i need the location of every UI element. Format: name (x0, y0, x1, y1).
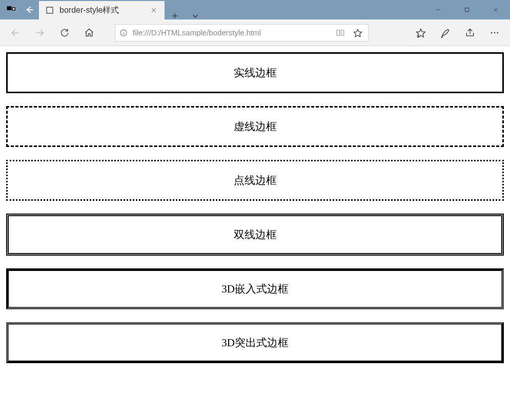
demo-box-dashed: 虚线边框 (6, 106, 504, 147)
nav-refresh-button[interactable] (53, 22, 76, 44)
browser-tab-active[interactable]: border-style样式 (39, 1, 165, 19)
nav-home-button[interactable] (78, 22, 100, 44)
tab-actions-button[interactable] (185, 12, 206, 19)
share-icon[interactable] (459, 22, 481, 44)
task-view-icon[interactable] (5, 4, 16, 15)
browser-toolbar: file:///D:/HTMLsample/boderstyle.html (0, 19, 510, 46)
demo-box-solid: 实线边框 (6, 52, 504, 93)
svg-rect-0 (7, 6, 12, 10)
svg-point-23 (497, 32, 499, 33)
demo-box-double: 双线边框 (6, 214, 504, 256)
page-icon (45, 6, 54, 15)
svg-rect-9 (465, 8, 469, 12)
svg-point-22 (494, 32, 496, 33)
window-controls (424, 0, 510, 19)
demo-box-inset: 3D嵌入式边框 (6, 268, 504, 309)
set-aside-tabs-icon[interactable] (24, 4, 35, 15)
demo-box-label: 双线边框 (234, 227, 277, 242)
window-minimize-button[interactable] (424, 0, 453, 19)
demo-box-dotted: 点线边框 (6, 160, 504, 201)
svg-rect-3 (47, 7, 53, 13)
favorites-hub-icon[interactable] (410, 22, 432, 44)
demo-box-label: 虚线边框 (234, 119, 277, 134)
svg-point-21 (491, 32, 493, 33)
tab-title: border-style样式 (59, 5, 142, 16)
demo-box-label: 3D突出式边框 (221, 335, 289, 350)
more-menu-icon[interactable] (483, 22, 506, 44)
svg-rect-1 (12, 8, 15, 10)
window-close-button[interactable] (481, 0, 510, 19)
window-titlebar: border-style样式 (0, 0, 510, 19)
nav-forward-button[interactable] (29, 22, 51, 44)
favorite-star-icon[interactable] (352, 28, 364, 37)
address-bar[interactable]: file:///D:/HTMLsample/boderstyle.html (115, 24, 369, 41)
demo-box-label: 3D嵌入式边框 (221, 282, 289, 296)
address-bar-url: file:///D:/HTMLsample/boderstyle.html (133, 28, 329, 37)
web-notes-icon[interactable] (434, 22, 457, 44)
nav-back-button[interactable] (4, 22, 27, 44)
site-info-icon[interactable] (119, 29, 128, 37)
svg-marker-18 (417, 29, 425, 37)
page-viewport: 实线边框 虚线边框 点线边框 双线边框 3D嵌入式边框 3D突出式边框 (0, 46, 510, 420)
reading-view-icon[interactable] (334, 28, 346, 37)
window-maximize-button[interactable] (453, 0, 481, 19)
tab-strip: border-style样式 (39, 0, 206, 19)
titlebar-drag-region (206, 0, 424, 19)
svg-marker-17 (354, 29, 362, 36)
demo-box-outset: 3D突出式边框 (6, 322, 504, 363)
tab-close-button[interactable] (147, 4, 160, 17)
new-tab-button[interactable] (165, 12, 185, 19)
titlebar-left-controls (0, 0, 39, 19)
demo-box-label: 点线边框 (234, 173, 277, 187)
demo-box-label: 实线边框 (234, 66, 277, 80)
